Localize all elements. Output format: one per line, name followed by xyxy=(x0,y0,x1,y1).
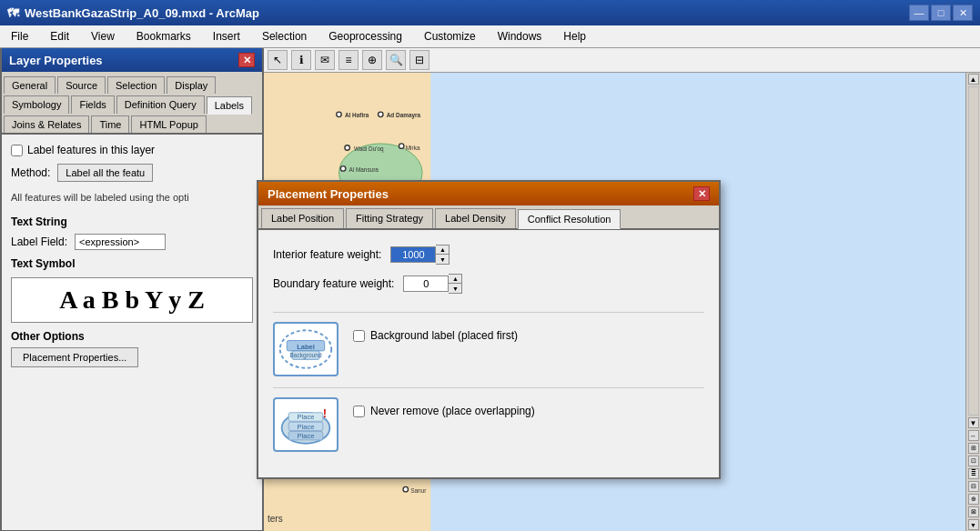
tab-source[interactable]: Source xyxy=(57,76,106,94)
bottom-scroll-btn[interactable]: ▼ xyxy=(968,519,979,530)
never-remove-text: Never remove (place overlapping) xyxy=(370,405,535,417)
dialog-content: Interior feature weight: ▲ ▼ Boundary fe… xyxy=(258,230,719,477)
app-title: WestBankGazaStrip_A0_09.mxd - ArcMap xyxy=(25,6,259,20)
tab-labels[interactable]: Labels xyxy=(207,96,252,115)
never-remove-option: Never remove (place overlapping) xyxy=(353,397,535,417)
scroll-down[interactable]: ▼ xyxy=(968,417,979,428)
boundary-weight-up[interactable]: ▲ xyxy=(449,275,461,284)
tab-selection[interactable]: Selection xyxy=(107,76,165,94)
tab-time[interactable]: Time xyxy=(91,115,129,133)
menu-help[interactable]: Help xyxy=(560,28,590,45)
interior-weight-label: Interior feature weight: xyxy=(273,248,381,261)
map-tool-4[interactable]: ≣ xyxy=(968,468,979,479)
svg-text:!: ! xyxy=(323,406,327,420)
dialog-tab-fitting-strategy[interactable]: Fitting Strategy xyxy=(346,208,433,228)
map-tool-1[interactable]: ↔ xyxy=(968,430,979,441)
scroll-up[interactable]: ▲ xyxy=(968,74,979,85)
label-field-row: Label Field: xyxy=(11,234,253,250)
menu-windows[interactable]: Windows xyxy=(494,28,546,45)
maximize-button[interactable]: □ xyxy=(931,5,951,21)
text-string-label: Text String xyxy=(11,215,253,228)
title-bar-left: 🗺 WestBankGazaStrip_A0_09.mxd - ArcMap xyxy=(7,6,259,20)
zoom-out-tool[interactable]: ⊟ xyxy=(409,50,429,70)
svg-text:Al Hafira: Al Hafira xyxy=(345,112,369,118)
background-label-option: Background label (placed first) xyxy=(353,322,518,342)
label-features-row: Label features in this layer xyxy=(11,144,253,156)
dialog-close-button[interactable]: ✕ xyxy=(693,186,710,201)
menu-selection[interactable]: Selection xyxy=(258,28,310,45)
menu-insert[interactable]: Insert xyxy=(209,28,244,45)
tab-html-popup[interactable]: HTML Popup xyxy=(131,115,206,133)
interior-weight-down[interactable]: ▼ xyxy=(436,255,449,264)
dialog-tab-label-position[interactable]: Label Position xyxy=(261,208,344,228)
interior-weight-input[interactable] xyxy=(390,246,436,263)
menu-bookmarks[interactable]: Bookmarks xyxy=(133,28,195,45)
measure-tool[interactable]: ≡ xyxy=(338,50,359,70)
menu-bar: File Edit View Bookmarks Insert Selectio… xyxy=(0,25,980,48)
tab-fields[interactable]: Fields xyxy=(71,95,114,114)
map-tool-5[interactable]: ⊟ xyxy=(968,481,979,492)
menu-geoprocessing[interactable]: Geoprocessing xyxy=(325,28,406,45)
map-toolbar: ↖ ℹ ✉ ≡ ⊕ 🔍 ⊟ xyxy=(264,48,980,73)
main-layout: Layer Properties ✕ General Source Select… xyxy=(0,48,980,531)
dialog-tab-label-density[interactable]: Label Density xyxy=(435,208,516,228)
layer-props-close[interactable]: ✕ xyxy=(238,53,255,67)
menu-edit[interactable]: Edit xyxy=(46,28,73,45)
boundary-weight-row: Boundary feature weight: ▲ ▼ xyxy=(273,274,704,294)
info-tool[interactable]: ℹ xyxy=(291,50,311,70)
tab-joins-relates[interactable]: Joins & Relates xyxy=(4,115,89,133)
svg-text:Wadi Du'oq: Wadi Du'oq xyxy=(354,145,384,153)
tab-symbology[interactable]: Symbology xyxy=(4,95,69,114)
labels-tab-content: Label features in this layer Method: Lab… xyxy=(2,135,262,530)
select-tool[interactable]: ↖ xyxy=(268,50,288,70)
layer-properties-panel: Layer Properties ✕ General Source Select… xyxy=(0,48,264,531)
background-label-icon: Label Background xyxy=(273,322,338,376)
menu-customize[interactable]: Customize xyxy=(420,28,480,45)
placement-properties-button[interactable]: Placement Properties... xyxy=(11,347,138,367)
map-tool-7[interactable]: ⊠ xyxy=(968,506,979,517)
svg-text:Place: Place xyxy=(298,423,315,431)
interior-weight-up[interactable]: ▲ xyxy=(436,245,449,255)
dialog-tab-conflict-resolution[interactable]: Conflict Resolution xyxy=(518,209,621,229)
background-label-text: Background label (placed first) xyxy=(370,329,518,342)
scroll-track[interactable] xyxy=(968,86,979,416)
never-remove-checkbox[interactable] xyxy=(353,406,365,417)
tab-definition-query[interactable]: Definition Query xyxy=(116,95,205,114)
label-features-checkbox[interactable] xyxy=(11,145,23,156)
zoom-in-tool[interactable]: 🔍 xyxy=(386,50,406,70)
map-tool-3[interactable]: ⊡ xyxy=(968,456,979,466)
map-tool-2[interactable]: ⊞ xyxy=(968,443,979,454)
map-tool-6[interactable]: ⊕ xyxy=(968,494,979,505)
svg-text:Al Mansura: Al Mansura xyxy=(349,166,379,173)
divider-1 xyxy=(273,312,704,313)
menu-view[interactable]: View xyxy=(87,28,118,45)
pan-tool[interactable]: ⊕ xyxy=(362,50,382,70)
label-field-input[interactable] xyxy=(75,234,166,250)
never-remove-icon: Place Place Place ! xyxy=(273,397,338,452)
boundary-weight-input-group: ▲ ▼ xyxy=(403,274,462,294)
boundary-weight-input[interactable] xyxy=(403,276,449,292)
close-button[interactable]: ✕ xyxy=(953,5,973,21)
boundary-weight-label: Boundary feature weight: xyxy=(273,277,394,290)
boundary-weight-down[interactable]: ▼ xyxy=(449,284,461,293)
method-button[interactable]: Label all the featu xyxy=(57,164,153,182)
weights-container: Interior feature weight: ▲ ▼ Boundary fe… xyxy=(273,245,704,303)
never-remove-section: Place Place Place ! Never remove (place … xyxy=(273,397,704,452)
identify-tool[interactable]: ✉ xyxy=(315,50,335,70)
dialog-title-bar: Placement Properties ✕ xyxy=(258,182,719,205)
dialog-tabs: Label Position Fitting Strategy Label De… xyxy=(258,205,719,230)
svg-text:Mirka: Mirka xyxy=(406,145,420,151)
background-label-checkbox[interactable] xyxy=(353,330,365,342)
tab-general[interactable]: General xyxy=(4,76,56,94)
layer-props-tabs: General Source Selection Display Symbolo… xyxy=(2,72,262,135)
svg-point-26 xyxy=(340,166,345,171)
minimize-button[interactable]: — xyxy=(909,5,929,21)
label-features-text: Label features in this layer xyxy=(27,144,155,156)
other-options-label: Other Options xyxy=(11,330,253,343)
menu-file[interactable]: File xyxy=(7,28,32,45)
method-row: Method: Label all the featu xyxy=(11,164,253,182)
interior-weight-row: Interior feature weight: ▲ ▼ xyxy=(273,245,704,265)
tab-display[interactable]: Display xyxy=(167,76,216,94)
title-bar-controls: — □ ✕ xyxy=(909,5,973,21)
background-label-section: Label Background Background label (place… xyxy=(273,322,704,376)
